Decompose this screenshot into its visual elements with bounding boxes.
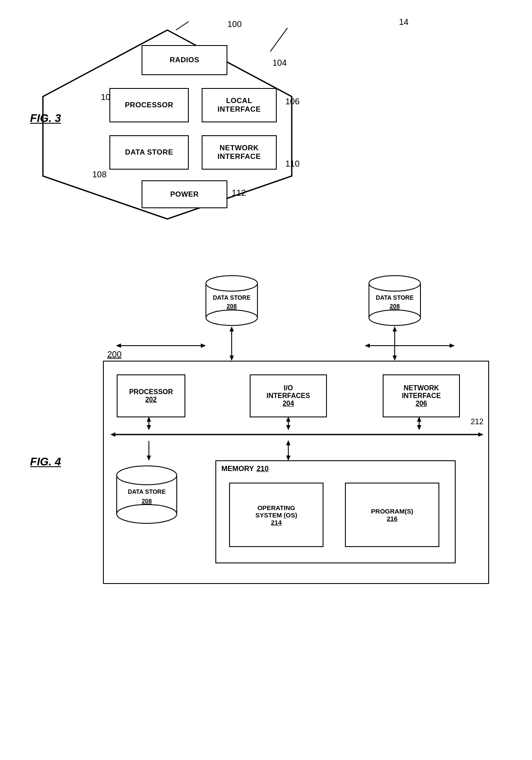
arrow-proc-bus bbox=[142, 416, 155, 432]
ref-104: 104 bbox=[272, 58, 287, 68]
ref-200: 200 bbox=[107, 350, 121, 359]
svg-marker-23 bbox=[365, 344, 370, 348]
svg-marker-29 bbox=[147, 425, 151, 430]
svg-line-1 bbox=[176, 21, 189, 30]
ref-108: 108 bbox=[92, 170, 106, 179]
memory-210-box: MEMORY 210 OPERATING SYSTEM (OS) 214 PRO… bbox=[215, 460, 456, 563]
processor-box: PROCESSOR bbox=[109, 88, 189, 122]
fig4-section: FIG. 4 DATA STORE 208 DATA STORE bbox=[17, 271, 515, 605]
ref-112: 112 bbox=[232, 188, 246, 198]
processor-202-box: PROCESSOR 202 bbox=[117, 374, 185, 417]
svg-point-44 bbox=[117, 505, 177, 523]
power-box: POWER bbox=[142, 180, 227, 208]
svg-point-4 bbox=[206, 276, 257, 291]
fig4-label: FIG. 4 bbox=[30, 455, 61, 468]
ref-110: 110 bbox=[285, 159, 299, 169]
arrow-bus-mem bbox=[282, 440, 295, 462]
svg-text:208: 208 bbox=[142, 498, 152, 505]
svg-text:208: 208 bbox=[390, 303, 400, 310]
network-interface-box-hex: NETWORK INTERFACE bbox=[202, 135, 277, 170]
svg-text:DATA STORE: DATA STORE bbox=[213, 294, 251, 301]
svg-point-43 bbox=[117, 466, 177, 485]
svg-text:DATA STORE: DATA STORE bbox=[376, 294, 414, 301]
svg-marker-35 bbox=[417, 425, 421, 430]
svg-line-2 bbox=[270, 28, 287, 52]
arrow-ds1-horizontal bbox=[116, 339, 206, 352]
network-interface-206-box: NETWORK INTERFACE 206 bbox=[383, 374, 460, 417]
data-store-box-hex: DATA STORE bbox=[109, 135, 189, 170]
svg-marker-24 bbox=[450, 344, 455, 348]
arrow-ds1-down bbox=[202, 326, 262, 365]
svg-marker-20 bbox=[393, 326, 397, 331]
svg-marker-15 bbox=[230, 356, 234, 361]
fig3-section: FIG. 3 14 100 102 104 106 108 110 112 RA… bbox=[17, 17, 515, 258]
svg-marker-41 bbox=[286, 440, 290, 445]
datastore-top2-cylinder: DATA STORE 208 bbox=[365, 271, 425, 331]
svg-marker-32 bbox=[286, 425, 290, 430]
svg-marker-27 bbox=[478, 432, 484, 437]
arrow-bus-proc bbox=[142, 440, 155, 462]
io-interfaces-204-box: I/O INTERFACES 204 bbox=[250, 374, 327, 417]
arrow-ni-bus bbox=[413, 416, 426, 432]
ref-106: 106 bbox=[285, 97, 299, 106]
svg-point-9 bbox=[369, 276, 420, 291]
svg-marker-36 bbox=[417, 416, 421, 422]
svg-marker-33 bbox=[286, 416, 290, 422]
svg-text:DATA STORE: DATA STORE bbox=[128, 488, 166, 495]
svg-marker-30 bbox=[147, 416, 151, 422]
svg-marker-26 bbox=[110, 432, 115, 437]
svg-marker-14 bbox=[230, 326, 234, 331]
svg-marker-18 bbox=[201, 344, 206, 348]
svg-text:208: 208 bbox=[227, 303, 237, 310]
svg-marker-21 bbox=[393, 356, 397, 361]
svg-point-10 bbox=[369, 310, 420, 325]
ref-212: 212 bbox=[471, 417, 484, 426]
arrow-io-bus bbox=[282, 416, 295, 432]
radios-box: RADIOS bbox=[142, 45, 227, 75]
svg-point-5 bbox=[206, 310, 257, 325]
ref-14: 14 bbox=[399, 17, 408, 27]
os-214-box: OPERATING SYSTEM (OS) 214 bbox=[229, 483, 323, 547]
bus-line bbox=[104, 428, 490, 441]
fig4-main-box: 200 PROCESSOR 202 I/O INTERFACES 204 NET… bbox=[103, 361, 489, 584]
programs-216-box: PROGRAM(S) 216 bbox=[345, 483, 439, 547]
arrow-ds2-horizontal bbox=[365, 339, 455, 352]
datastore-top1-cylinder: DATA STORE 208 bbox=[202, 271, 262, 331]
local-interface-box: LOCAL INTERFACE bbox=[202, 88, 277, 122]
svg-marker-17 bbox=[116, 344, 121, 348]
datastore-bottom-cylinder: DATA STORE 208 bbox=[112, 460, 181, 531]
